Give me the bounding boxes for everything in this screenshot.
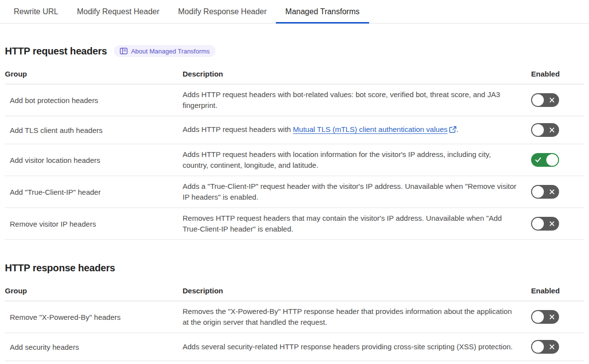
description-link[interactable]: Mutual TLS (mTLS) client authentication … [293,125,448,133]
column-header-group: Group [5,280,183,301]
response-headers-title: HTTP response headers [5,262,115,274]
enabled-toggle[interactable] [531,340,559,354]
x-icon [549,189,555,195]
table-row: Remove "X-Powered-By" headers Removes th… [5,301,584,333]
enabled-toggle[interactable] [531,310,559,324]
column-header-description: Description [183,63,525,84]
toggle-knob [532,94,544,106]
x-icon [549,344,555,350]
response-headers-table: Group Description Enabled Remove "X-Powe… [5,280,584,361]
table-row: Add security headers Adds several securi… [5,333,584,361]
table-row: Add "True-Client-IP" header Adds a "True… [5,176,584,208]
x-icon [549,221,555,227]
toggle-knob [532,124,544,136]
badge-label: About Managed Transforms [131,48,210,54]
column-header-enabled: Enabled [525,63,584,84]
row-description: Removes the "X-Powered-By" HTTP response… [183,301,525,333]
row-group-label: Add bot protection headers [5,96,183,104]
request-headers-table: Group Description Enabled Add bot protec… [5,63,584,240]
check-icon [535,157,541,163]
row-description: Removes HTTP request headers that may co… [183,208,525,239]
tab-managed-transforms[interactable]: Managed Transforms [276,0,369,23]
row-group-label: Add TLS client auth headers [5,126,183,134]
toggle-knob [546,154,558,166]
toggle-knob [532,311,544,323]
table-row: Add TLS client auth headers Adds HTTP re… [5,116,584,144]
external-link-icon [449,125,456,136]
row-group-label: Remove "X-Powered-By" headers [5,313,183,321]
row-group-label: Remove visitor IP headers [5,220,183,228]
tab-rewrite-url[interactable]: Rewrite URL [4,0,68,23]
row-description: Adds HTTP request headers with Mutual TL… [183,119,525,141]
x-icon [549,98,555,103]
x-icon [549,128,555,133]
book-icon [120,48,128,54]
row-group-label: Add visitor location headers [5,156,183,164]
table-row: Remove visitor IP headers Removes HTTP r… [5,208,584,240]
enabled-toggle[interactable] [531,185,559,199]
about-managed-transforms-badge[interactable]: About Managed Transforms [114,45,215,57]
toggle-knob [532,341,544,353]
enabled-toggle[interactable] [531,93,559,107]
enabled-toggle[interactable] [531,217,559,231]
request-headers-title: HTTP request headers [5,46,107,57]
column-header-enabled: Enabled [525,280,584,301]
row-description: Adds HTTP request headers with location … [183,144,525,176]
toggle-knob [532,218,544,230]
row-description: Adds a "True-Client-IP" request header w… [183,176,525,208]
table-header-row: Group Description Enabled [5,63,584,84]
row-group-label: Add "True-Client-IP" header [5,188,183,196]
enabled-toggle[interactable] [531,123,559,137]
tab-modify-request-header[interactable]: Modify Request Header [68,0,169,23]
transform-rules-tabbar: Rewrite URLModify Request HeaderModify R… [0,0,589,24]
column-header-description: Description [183,280,525,301]
row-description: Adds HTTP request headers with bot-relat… [183,84,525,116]
column-header-group: Group [5,63,183,84]
table-row: Add visitor location headers Adds HTTP r… [5,144,584,176]
row-group-label: Add security headers [5,343,183,351]
row-description: Adds several security-related HTTP respo… [183,337,525,357]
enabled-toggle[interactable] [531,153,559,167]
table-row: Add bot protection headers Adds HTTP req… [5,84,584,116]
toggle-knob [532,186,544,198]
x-icon [549,314,555,320]
tab-modify-response-header[interactable]: Modify Response Header [169,0,276,23]
table-header-row: Group Description Enabled [5,280,584,301]
